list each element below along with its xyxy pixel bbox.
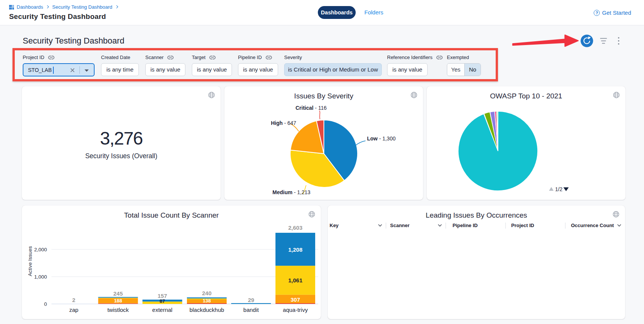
svg-text:1,061: 1,061 [288, 277, 303, 284]
svg-text:29: 29 [248, 297, 254, 303]
svg-text:2,000: 2,000 [34, 247, 47, 252]
svg-text:Key: Key [330, 223, 339, 228]
svg-text:Critical - 116: Critical - 116 [296, 105, 327, 111]
svg-text:245: 245 [113, 290, 123, 297]
svg-text:1,000: 1,000 [34, 274, 47, 280]
svg-text:Medium - 1,213: Medium - 1,213 [272, 189, 311, 195]
svg-text:aqua-trivy: aqua-trivy [283, 307, 308, 313]
svg-text:138: 138 [203, 298, 211, 304]
svg-text:307: 307 [291, 296, 300, 303]
svg-text:87: 87 [160, 298, 165, 304]
svg-text:Scanner: Scanner [390, 223, 409, 228]
svg-text:Pipeline ID: Pipeline ID [453, 223, 478, 228]
svg-text:blackduckhub: blackduckhub [190, 307, 224, 313]
svg-text:2,603: 2,603 [288, 224, 303, 231]
svg-text:High - 647: High - 647 [271, 120, 296, 126]
svg-text:zap: zap [69, 307, 78, 313]
svg-text:0: 0 [44, 301, 47, 307]
svg-text:Low - 1,300: Low - 1,300 [367, 136, 396, 142]
svg-text:Occurrence Count: Occurrence Count [571, 223, 614, 228]
svg-text:Active Issues: Active Issues [27, 246, 33, 276]
svg-text:1/2: 1/2 [555, 186, 563, 192]
svg-text:188: 188 [114, 298, 122, 304]
svg-text:2: 2 [72, 297, 75, 303]
svg-text:Project ID: Project ID [511, 223, 534, 228]
svg-text:1,208: 1,208 [288, 246, 303, 253]
svg-text:bandit: bandit [243, 307, 259, 313]
svg-text:240: 240 [202, 290, 212, 296]
svg-text:external: external [152, 307, 172, 313]
svg-text:twistlock: twistlock [107, 307, 129, 313]
